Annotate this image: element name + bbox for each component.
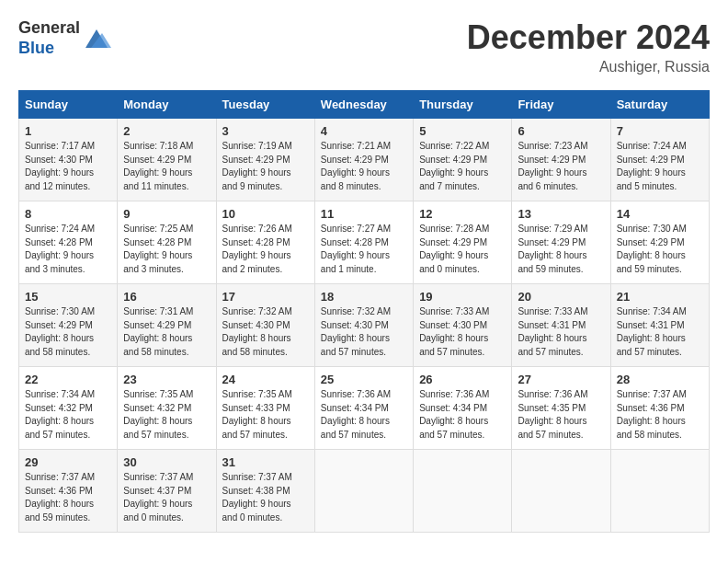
day-number: 26: [419, 373, 506, 386]
day-number: 21: [617, 290, 703, 304]
weekday-header-wednesday: Wednesday: [314, 91, 413, 119]
calendar-cell: [314, 450, 413, 533]
day-info: Sunrise: 7:37 AMSunset: 4:36 PMDaylight:…: [617, 388, 703, 442]
calendar-week-1: 1Sunrise: 7:17 AMSunset: 4:30 PMDaylight…: [19, 119, 710, 201]
day-info: Sunrise: 7:33 AMSunset: 4:31 PMDaylight:…: [518, 305, 604, 359]
day-number: 29: [25, 455, 111, 469]
day-number: 20: [518, 290, 604, 304]
day-info: Sunrise: 7:18 AMSunset: 4:29 PMDaylight:…: [123, 140, 210, 193]
day-info: Sunrise: 7:36 AMSunset: 4:34 PMDaylight:…: [321, 388, 407, 442]
calendar-week-3: 15Sunrise: 7:30 AMSunset: 4:29 PMDayligh…: [19, 284, 710, 367]
calendar-body: 1Sunrise: 7:17 AMSunset: 4:30 PMDaylight…: [19, 119, 710, 533]
calendar-cell: 4Sunrise: 7:21 AMSunset: 4:29 PMDaylight…: [314, 119, 413, 201]
day-number: 16: [123, 290, 210, 304]
day-info: Sunrise: 7:26 AMSunset: 4:28 PMDaylight:…: [222, 223, 309, 276]
day-number: 25: [321, 373, 407, 386]
day-number: 30: [123, 455, 210, 469]
logo-blue: Blue: [18, 39, 54, 57]
calendar-week-4: 22Sunrise: 7:34 AMSunset: 4:32 PMDayligh…: [19, 367, 710, 450]
weekday-header-monday: Monday: [118, 91, 216, 119]
day-info: Sunrise: 7:34 AMSunset: 4:32 PMDaylight:…: [25, 388, 111, 442]
calendar-cell: 16Sunrise: 7:31 AMSunset: 4:29 PMDayligh…: [118, 284, 216, 367]
weekday-header-sunday: Sunday: [19, 91, 118, 119]
calendar-cell: 12Sunrise: 7:28 AMSunset: 4:29 PMDayligh…: [414, 201, 512, 284]
calendar-cell: [610, 450, 709, 533]
calendar-cell: 30Sunrise: 7:37 AMSunset: 4:37 PMDayligh…: [118, 450, 216, 533]
day-number: 18: [321, 290, 407, 304]
calendar-cell: 19Sunrise: 7:33 AMSunset: 4:30 PMDayligh…: [414, 284, 512, 367]
day-info: Sunrise: 7:24 AMSunset: 4:29 PMDaylight:…: [617, 140, 703, 193]
month-title: December 2024: [467, 18, 710, 57]
day-number: 14: [617, 207, 703, 221]
day-info: Sunrise: 7:17 AMSunset: 4:30 PMDaylight:…: [25, 140, 111, 193]
calendar-cell: 29Sunrise: 7:37 AMSunset: 4:36 PMDayligh…: [19, 450, 118, 533]
day-number: 27: [518, 373, 604, 386]
calendar-cell: 15Sunrise: 7:30 AMSunset: 4:29 PMDayligh…: [19, 284, 118, 367]
calendar-cell: 7Sunrise: 7:24 AMSunset: 4:29 PMDaylight…: [610, 119, 709, 201]
calendar-cell: 21Sunrise: 7:34 AMSunset: 4:31 PMDayligh…: [610, 284, 709, 367]
calendar-cell: 9Sunrise: 7:25 AMSunset: 4:28 PMDaylight…: [118, 201, 216, 284]
day-info: Sunrise: 7:19 AMSunset: 4:29 PMDaylight:…: [222, 140, 309, 193]
day-info: Sunrise: 7:32 AMSunset: 4:30 PMDaylight:…: [321, 305, 407, 359]
calendar-cell: 20Sunrise: 7:33 AMSunset: 4:31 PMDayligh…: [512, 284, 610, 367]
day-info: Sunrise: 7:30 AMSunset: 4:29 PMDaylight:…: [25, 305, 111, 359]
day-number: 2: [123, 124, 210, 138]
day-info: Sunrise: 7:36 AMSunset: 4:34 PMDaylight:…: [419, 388, 506, 442]
calendar-cell: 2Sunrise: 7:18 AMSunset: 4:29 PMDaylight…: [118, 119, 216, 201]
logo-general: General: [18, 18, 80, 37]
day-info: Sunrise: 7:34 AMSunset: 4:31 PMDaylight:…: [617, 305, 703, 359]
calendar-cell: 31Sunrise: 7:37 AMSunset: 4:38 PMDayligh…: [216, 450, 314, 533]
title-area: December 2024 Aushiger, Russia: [467, 18, 710, 75]
day-number: 3: [222, 124, 309, 138]
logo-icon: [82, 26, 111, 52]
day-number: 12: [419, 207, 506, 221]
day-number: 31: [222, 455, 309, 469]
calendar-cell: [414, 450, 512, 533]
day-info: Sunrise: 7:35 AMSunset: 4:32 PMDaylight:…: [123, 388, 210, 442]
calendar-cell: 14Sunrise: 7:30 AMSunset: 4:29 PMDayligh…: [610, 201, 709, 284]
day-info: Sunrise: 7:27 AMSunset: 4:28 PMDaylight:…: [321, 223, 407, 276]
calendar-cell: 23Sunrise: 7:35 AMSunset: 4:32 PMDayligh…: [118, 367, 216, 450]
day-number: 7: [617, 124, 703, 138]
calendar-cell: 26Sunrise: 7:36 AMSunset: 4:34 PMDayligh…: [414, 367, 512, 450]
weekday-header-row: SundayMondayTuesdayWednesdayThursdayFrid…: [19, 91, 710, 119]
calendar-header: SundayMondayTuesdayWednesdayThursdayFrid…: [19, 91, 710, 119]
day-number: 1: [25, 124, 111, 138]
day-info: Sunrise: 7:29 AMSunset: 4:29 PMDaylight:…: [518, 223, 604, 276]
calendar-week-2: 8Sunrise: 7:24 AMSunset: 4:28 PMDaylight…: [19, 201, 710, 284]
calendar-cell: 18Sunrise: 7:32 AMSunset: 4:30 PMDayligh…: [314, 284, 413, 367]
day-number: 5: [419, 124, 506, 138]
weekday-header-thursday: Thursday: [414, 91, 512, 119]
day-number: 4: [321, 124, 407, 138]
calendar-cell: 6Sunrise: 7:23 AMSunset: 4:29 PMDaylight…: [512, 119, 610, 201]
calendar-cell: 28Sunrise: 7:37 AMSunset: 4:36 PMDayligh…: [610, 367, 709, 450]
calendar-cell: 24Sunrise: 7:35 AMSunset: 4:33 PMDayligh…: [216, 367, 314, 450]
day-info: Sunrise: 7:24 AMSunset: 4:28 PMDaylight:…: [25, 223, 111, 276]
day-number: 13: [518, 207, 604, 221]
day-number: 23: [123, 373, 210, 386]
day-info: Sunrise: 7:21 AMSunset: 4:29 PMDaylight:…: [321, 140, 407, 193]
calendar-cell: 27Sunrise: 7:36 AMSunset: 4:35 PMDayligh…: [512, 367, 610, 450]
calendar-week-5: 29Sunrise: 7:37 AMSunset: 4:36 PMDayligh…: [19, 450, 710, 533]
day-number: 19: [419, 290, 506, 304]
day-info: Sunrise: 7:37 AMSunset: 4:37 PMDaylight:…: [123, 471, 210, 524]
day-number: 9: [123, 207, 210, 221]
day-number: 17: [222, 290, 309, 304]
day-info: Sunrise: 7:37 AMSunset: 4:38 PMDaylight:…: [222, 471, 309, 524]
day-info: Sunrise: 7:33 AMSunset: 4:30 PMDaylight:…: [419, 305, 506, 359]
logo: General Blue: [18, 18, 111, 58]
day-info: Sunrise: 7:22 AMSunset: 4:29 PMDaylight:…: [419, 140, 506, 193]
day-info: Sunrise: 7:31 AMSunset: 4:29 PMDaylight:…: [123, 305, 210, 359]
day-number: 24: [222, 373, 309, 386]
day-info: Sunrise: 7:30 AMSunset: 4:29 PMDaylight:…: [617, 223, 703, 276]
calendar-cell: 25Sunrise: 7:36 AMSunset: 4:34 PMDayligh…: [314, 367, 413, 450]
weekday-header-saturday: Saturday: [610, 91, 709, 119]
calendar-cell: 8Sunrise: 7:24 AMSunset: 4:28 PMDaylight…: [19, 201, 118, 284]
day-info: Sunrise: 7:25 AMSunset: 4:28 PMDaylight:…: [123, 223, 210, 276]
weekday-header-friday: Friday: [512, 91, 610, 119]
day-info: Sunrise: 7:37 AMSunset: 4:36 PMDaylight:…: [25, 471, 111, 524]
day-number: 11: [321, 207, 407, 221]
header: General Blue December 2024 Aushiger, Rus…: [18, 18, 710, 75]
day-number: 22: [25, 373, 111, 386]
calendar-cell: 5Sunrise: 7:22 AMSunset: 4:29 PMDaylight…: [414, 119, 512, 201]
